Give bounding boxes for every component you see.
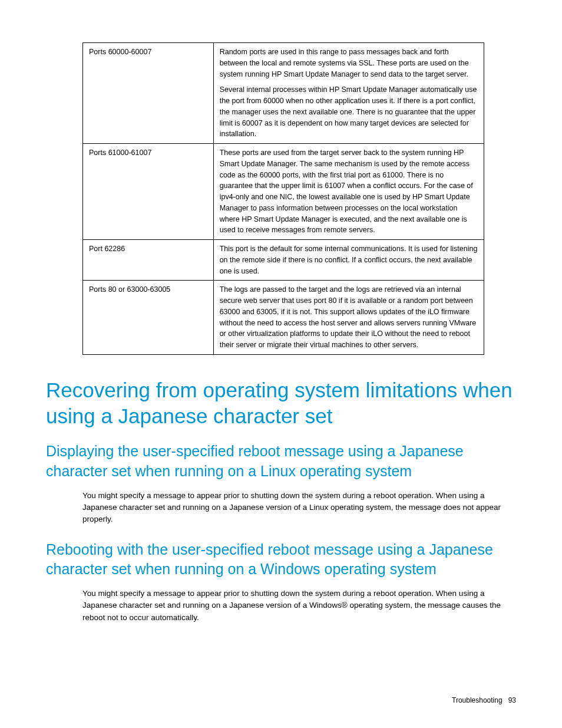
description-cell: The logs are passed to the target and th… [213, 281, 484, 355]
description-cell: This port is the default for some intern… [213, 240, 484, 281]
section-body: You might specify a message to appear pr… [82, 588, 516, 624]
port-cell: Ports 61000-61007 [83, 144, 214, 240]
footer-page: 93 [508, 696, 516, 704]
main-heading: Recovering from operating system limitat… [46, 377, 516, 429]
port-cell: Port 62286 [83, 240, 214, 281]
description-paragraph: These ports are used from the target ser… [220, 147, 478, 236]
port-cell: Ports 60000-60007 [83, 43, 214, 144]
section-heading: Displaying the user-specified reboot mes… [46, 442, 516, 482]
port-cell: Ports 80 or 63000-63005 [83, 281, 214, 355]
section-heading: Rebooting with the user-specified reboot… [46, 540, 516, 580]
description-paragraph: Random ports are used in this range to p… [220, 47, 478, 80]
description-paragraph: The logs are passed to the target and th… [220, 284, 478, 351]
section-body: You might specify a message to appear pr… [82, 490, 516, 526]
footer-section: Troubleshooting [452, 696, 503, 704]
ports-table: Ports 60000-60007 Random ports are used … [82, 42, 484, 355]
table-row: Port 62286 This port is the default for … [83, 240, 484, 281]
table-row: Ports 80 or 63000-63005 The logs are pas… [83, 281, 484, 355]
table-row: Ports 61000-61007 These ports are used f… [83, 144, 484, 240]
description-cell: Random ports are used in this range to p… [213, 43, 484, 144]
description-paragraph: Several internal processes within HP Sma… [220, 84, 478, 140]
table-row: Ports 60000-60007 Random ports are used … [83, 43, 484, 144]
page-footer: Troubleshooting 93 [452, 696, 516, 704]
description-paragraph: This port is the default for some intern… [220, 243, 478, 276]
description-cell: These ports are used from the target ser… [213, 144, 484, 240]
